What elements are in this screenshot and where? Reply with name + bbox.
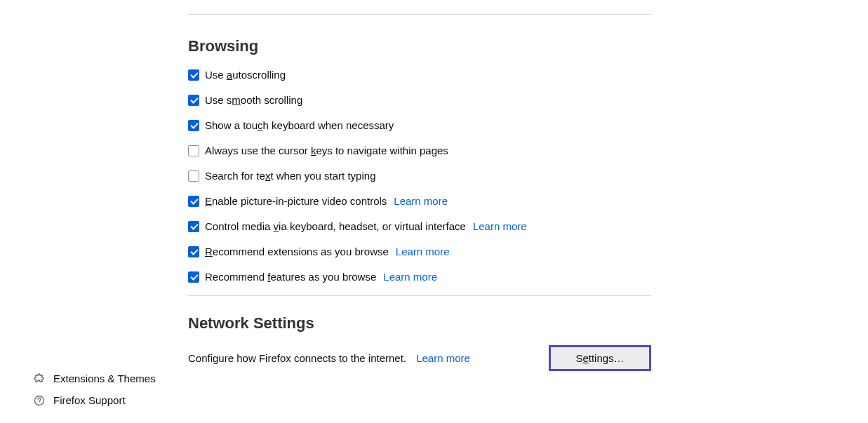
checkbox-label[interactable]: Recommend extensions as you browse bbox=[205, 245, 389, 259]
checkbox[interactable] bbox=[188, 196, 199, 207]
label-pre: Recommend bbox=[205, 271, 267, 283]
label-pre: Control media bbox=[205, 220, 274, 232]
learn-more-link[interactable]: Learn more bbox=[473, 220, 527, 234]
browsing-option-row: Use smooth scrolling bbox=[188, 93, 651, 107]
checkbox-label[interactable]: Enable picture-in-picture video controls bbox=[205, 194, 387, 208]
firefox-support-link[interactable]: Firefox Support bbox=[34, 394, 156, 406]
learn-more-link[interactable]: Learn more bbox=[383, 270, 437, 284]
network-description-wrap: Configure how Firefox connects to the in… bbox=[188, 352, 470, 364]
checkbox-label[interactable]: Recommend features as you browse bbox=[205, 270, 376, 284]
checkbox[interactable] bbox=[188, 221, 199, 232]
extensions-and-themes-link[interactable]: Extensions & Themes bbox=[34, 372, 156, 384]
extensions-label: Extensions & Themes bbox=[53, 372, 156, 384]
label-post: nable picture-in-picture video controls bbox=[212, 195, 387, 207]
label-pre: Use s bbox=[205, 94, 232, 106]
checkbox[interactable] bbox=[188, 271, 199, 283]
button-text-pre: S bbox=[575, 352, 582, 364]
label-post: eys to navigate within pages bbox=[316, 145, 448, 156]
label-post: ia keyboard, headset, or virtual interfa… bbox=[279, 220, 466, 232]
browsing-option-row: Recommend extensions as you browseLearn … bbox=[188, 245, 651, 259]
checkbox-label[interactable]: Show a touch keyboard when necessary bbox=[205, 119, 394, 133]
browsing-options: Use autoscrollingUse smooth scrollingSho… bbox=[188, 68, 651, 284]
label-post: eatures as you browse bbox=[270, 271, 376, 283]
network-row: Configure how Firefox connects to the in… bbox=[188, 345, 651, 371]
browsing-option-row: Always use the cursor keys to navigate w… bbox=[188, 144, 651, 158]
network-learn-more-link[interactable]: Learn more bbox=[416, 352, 470, 364]
browsing-section-title: Browsing bbox=[188, 37, 651, 55]
checkbox[interactable] bbox=[188, 170, 199, 182]
label-post: h keyboard when necessary bbox=[263, 119, 394, 131]
checkbox[interactable] bbox=[188, 69, 199, 81]
checkbox[interactable] bbox=[188, 120, 199, 131]
browsing-option-row: Use autoscrolling bbox=[188, 68, 651, 82]
label-pre: Show a tou bbox=[205, 119, 258, 131]
checkbox-label[interactable]: Control media via keyboard, headset, or … bbox=[205, 220, 466, 234]
label-post: ooth scrolling bbox=[241, 94, 302, 106]
network-section-title: Network Settings bbox=[188, 314, 651, 333]
checkbox[interactable] bbox=[188, 95, 199, 106]
label-post: ecommend extensions as you browse bbox=[213, 246, 389, 257]
learn-more-link[interactable]: Learn more bbox=[394, 194, 448, 208]
label-post: utoscrolling bbox=[232, 69, 286, 81]
sidebar-footer-links: Extensions & Themes Firefox Support bbox=[34, 363, 156, 406]
svg-point-1 bbox=[39, 402, 39, 403]
checkbox[interactable] bbox=[188, 145, 199, 156]
label-accelerator: c bbox=[258, 119, 263, 131]
label-pre: Use bbox=[205, 69, 227, 81]
button-text-accel: e bbox=[582, 352, 588, 364]
browsing-option-row: Recommend features as you browseLearn mo… bbox=[188, 270, 651, 284]
browsing-option-row: Enable picture-in-picture video controls… bbox=[188, 194, 651, 208]
checkbox[interactable] bbox=[188, 246, 199, 257]
network-settings-button[interactable]: Settings… bbox=[549, 345, 651, 371]
browsing-option-row: Search for text when you start typing bbox=[188, 169, 651, 183]
label-accelerator: m bbox=[232, 94, 241, 106]
label-pre: Search for te bbox=[205, 170, 265, 182]
separator bbox=[188, 295, 651, 296]
checkbox-label[interactable]: Search for text when you start typing bbox=[205, 169, 375, 183]
browsing-option-row: Show a touch keyboard when necessary bbox=[188, 119, 651, 133]
settings-panel: Browsing Use autoscrollingUse smooth scr… bbox=[188, 0, 651, 371]
separator bbox=[188, 14, 651, 15]
label-post: t when you start typing bbox=[270, 170, 375, 182]
puzzle-piece-icon bbox=[34, 373, 45, 384]
learn-more-link[interactable]: Learn more bbox=[396, 245, 450, 259]
button-text-post: ttings… bbox=[589, 352, 625, 364]
checkbox-label[interactable]: Use autoscrolling bbox=[205, 68, 286, 82]
label-accelerator: a bbox=[227, 69, 232, 81]
support-label: Firefox Support bbox=[53, 394, 126, 406]
label-accelerator: R bbox=[205, 246, 213, 257]
browsing-option-row: Control media via keyboard, headset, or … bbox=[188, 220, 651, 234]
network-description: Configure how Firefox connects to the in… bbox=[188, 352, 406, 364]
label-accelerator: v bbox=[274, 220, 279, 232]
label-accelerator: E bbox=[205, 195, 212, 207]
label-pre: Always use the cursor bbox=[205, 145, 311, 156]
checkbox-label[interactable]: Use smooth scrolling bbox=[205, 93, 302, 107]
question-circle-icon bbox=[34, 395, 45, 406]
checkbox-label[interactable]: Always use the cursor keys to navigate w… bbox=[205, 144, 448, 158]
